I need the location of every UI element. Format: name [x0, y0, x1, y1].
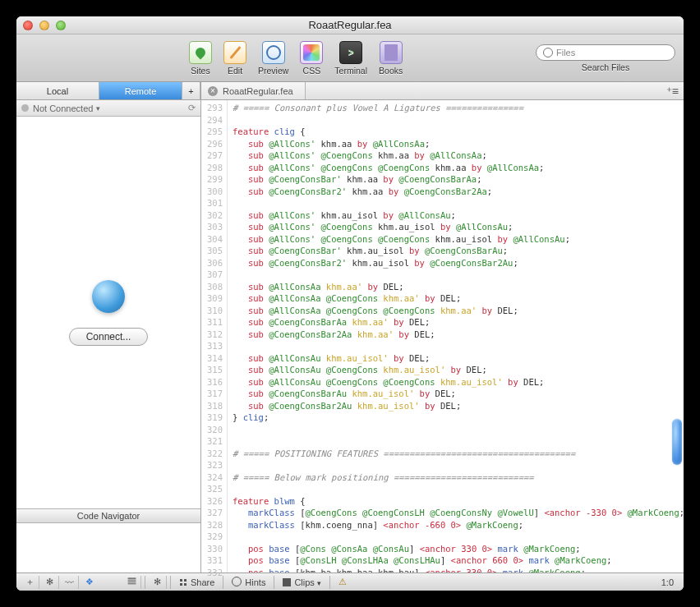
chevron-down-icon: ▾: [96, 104, 100, 113]
sidebar: Not Connected ▾ ⟳ Connect... Code Naviga…: [16, 100, 201, 573]
editor-tab-label: RoaatRegular.fea: [223, 86, 293, 96]
new-file-icon[interactable]: ＋: [21, 576, 39, 589]
toolbar-preview[interactable]: Preview: [258, 41, 288, 76]
line-gutter: 2932942952962972982993003013023033043053…: [201, 100, 228, 573]
scrollbar-thumb[interactable]: [672, 419, 682, 465]
globe-icon: [92, 280, 125, 313]
wave-icon[interactable]: 〰: [61, 576, 79, 589]
share-button[interactable]: Share: [174, 577, 219, 587]
titlebar[interactable]: RoaatRegular.fea: [16, 16, 684, 34]
toolbar-css[interactable]: CSS: [300, 41, 323, 76]
code-editor[interactable]: 2932942952962972982993003013023033043053…: [201, 100, 684, 573]
toolbar-terminal[interactable]: Terminal: [334, 41, 367, 76]
columns-icon[interactable]: 𝍣: [123, 576, 141, 589]
code-area[interactable]: # ===== Consonant plus Vowel A Ligatures…: [228, 100, 684, 573]
pencil-icon: [223, 41, 246, 64]
gear-icon[interactable]: ✻: [41, 576, 59, 589]
leaf-icon: [189, 41, 212, 64]
sidebar-tab-remote[interactable]: Remote: [99, 82, 182, 100]
toolbar-sites[interactable]: Sites: [189, 41, 212, 76]
search-label: Search Files: [582, 62, 629, 72]
tag-blue-icon[interactable]: ❖: [81, 576, 99, 589]
connection-status[interactable]: Not Connected ▾ ⟳: [16, 100, 200, 117]
cursor-position: 1:0: [656, 577, 679, 587]
magnifier-icon: [262, 41, 285, 64]
gear2-icon[interactable]: ✻: [149, 576, 167, 589]
zoom-button[interactable]: [56, 21, 66, 30]
close-button[interactable]: [23, 21, 33, 30]
window-title: RoaatRegular.fea: [16, 19, 684, 31]
app-window: RoaatRegular.fea Sites Edit Preview CSS …: [16, 16, 684, 591]
tab-strip: Local Remote + × RoaatRegular.fea ⁺≡: [16, 82, 684, 100]
connect-button[interactable]: Connect...: [69, 328, 149, 346]
tab-overflow-button[interactable]: ⁺≡: [666, 82, 684, 99]
sidebar-content: Connect...: [16, 117, 200, 508]
toolbar-books[interactable]: Books: [379, 41, 403, 76]
book-icon: [380, 41, 403, 64]
search-input[interactable]: Files: [536, 44, 675, 61]
terminal-icon: [339, 41, 362, 64]
toolbar-edit[interactable]: Edit: [223, 41, 246, 76]
code-navigator-header[interactable]: Code Navigator: [16, 508, 200, 523]
toolbar: Sites Edit Preview CSS Terminal Books Fi…: [16, 34, 684, 82]
minimize-button[interactable]: [39, 21, 49, 30]
palette-icon: [300, 41, 323, 64]
warning-icon[interactable]: ⚠: [334, 577, 352, 587]
sidebar-tab-local[interactable]: Local: [16, 82, 99, 100]
clips-button[interactable]: Clips ▾: [278, 577, 326, 587]
statusbar: ＋ ✻ 〰 ❖ 𝍣 ✻ Share Hints Clips ▾ ⚠ 1:0: [16, 573, 684, 591]
refresh-icon[interactable]: ⟳: [188, 103, 196, 113]
status-dot-icon: [21, 104, 29, 112]
sidebar-tab-add[interactable]: +: [182, 82, 200, 100]
close-tab-icon[interactable]: ×: [208, 86, 218, 96]
code-navigator: [16, 523, 200, 573]
editor-tab[interactable]: × RoaatRegular.fea: [201, 82, 306, 99]
hints-button[interactable]: Hints: [227, 577, 270, 587]
